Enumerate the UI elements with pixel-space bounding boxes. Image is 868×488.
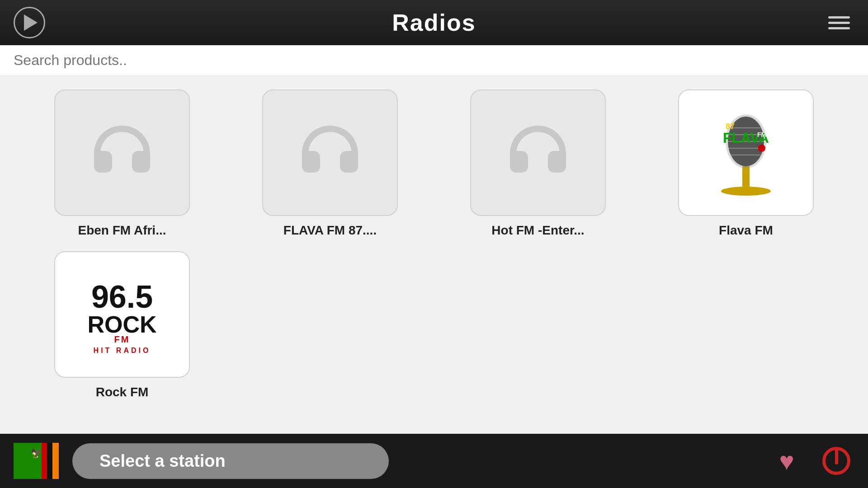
favorite-button[interactable]: ♥: [769, 443, 805, 479]
svg-point-13: [758, 145, 765, 152]
svg-text:FM: FM: [114, 334, 130, 344]
station-card-flava-fm-87[interactable]: FLAVA FM 87....: [235, 89, 425, 238]
heart-icon: ♥: [779, 446, 794, 476]
svg-text:FM: FM: [757, 131, 766, 138]
svg-rect-22: [52, 443, 59, 479]
station-name-eben-fm: Eben FM Afri...: [78, 223, 166, 238]
station-label-box: Select a station: [72, 443, 389, 479]
station-grid-row2: 96.5 ROCK FM HIT RADIO Rock FM: [0, 251, 868, 413]
headphones-icon: [86, 117, 158, 189]
station-label: Select a station: [99, 451, 226, 470]
menu-icon-line: [828, 16, 850, 19]
headphones-icon: [294, 117, 366, 189]
station-card-hot-fm[interactable]: Hot FM -Enter...: [443, 89, 633, 238]
station-card-flava-fm[interactable]: FLAVA FM 87 Flava FM: [651, 89, 841, 238]
svg-rect-20: [42, 443, 47, 479]
station-name-rock-fm: Rock FM: [96, 385, 149, 399]
svg-text:🦅: 🦅: [31, 448, 42, 459]
station-thumb-flava-fm: FLAVA FM 87: [678, 89, 814, 216]
headphones-icon: [502, 117, 574, 189]
station-name-flava-fm-87: FLAVA FM 87....: [283, 223, 377, 238]
station-card-eben-fm[interactable]: Eben FM Afri...: [27, 89, 217, 238]
svg-rect-1: [742, 166, 750, 191]
svg-text:96.5: 96.5: [91, 279, 153, 314]
station-name-flava-fm: Flava FM: [719, 223, 773, 238]
svg-text:ROCK: ROCK: [87, 311, 157, 338]
flava-fm-logo: FLAVA FM 87: [679, 90, 813, 215]
power-button[interactable]: [818, 443, 854, 479]
power-icon: [822, 447, 850, 475]
station-name-hot-fm: Hot FM -Enter...: [491, 223, 584, 238]
menu-icon-line: [828, 22, 850, 24]
menu-icon-line: [828, 27, 850, 29]
search-container: [0, 45, 868, 76]
bottom-bar: 🦅 Select a station ♥: [0, 434, 868, 488]
station-thumb-flava-fm-87: [262, 89, 398, 216]
play-icon: [24, 14, 38, 31]
station-grid: Eben FM Afri... FLAVA FM 87.... Hot FM -…: [0, 76, 868, 251]
station-card-rock-fm[interactable]: 96.5 ROCK FM HIT RADIO Rock FM: [27, 251, 217, 399]
svg-rect-2: [728, 188, 764, 192]
svg-text:HIT RADIO: HIT RADIO: [94, 347, 151, 354]
page-title: Radios: [392, 9, 476, 36]
station-thumb-eben-fm: [54, 89, 190, 216]
station-thumb-hot-fm: [470, 89, 606, 216]
play-button[interactable]: [14, 7, 45, 38]
zambia-flag: 🦅: [14, 443, 59, 479]
svg-rect-21: [47, 443, 52, 479]
search-input[interactable]: [0, 45, 868, 76]
menu-button[interactable]: [824, 12, 854, 34]
rock-fm-logo: 96.5 ROCK FM HIT RADIO: [55, 252, 189, 377]
app-header: Radios: [0, 0, 868, 45]
svg-text:87: 87: [726, 122, 735, 131]
station-thumb-rock-fm: 96.5 ROCK FM HIT RADIO: [54, 251, 190, 378]
